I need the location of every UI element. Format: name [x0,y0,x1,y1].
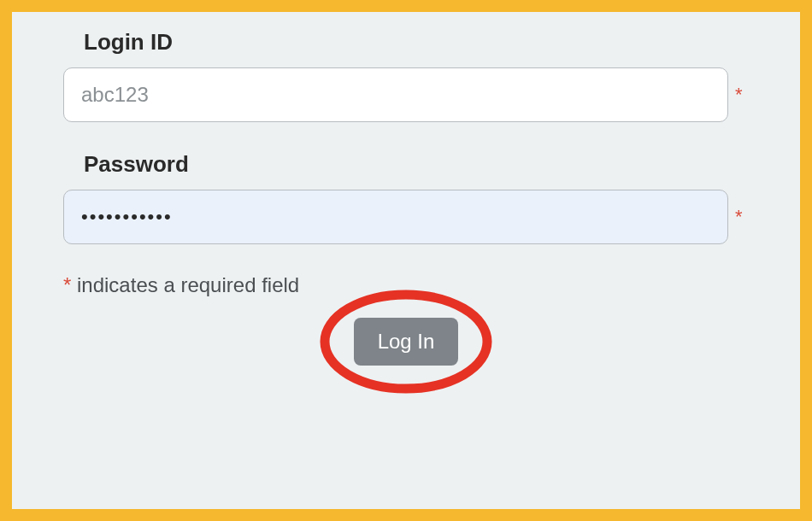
login-id-group: Login ID * [63,29,749,122]
login-id-row: * [63,67,749,122]
password-label: Password [84,151,749,178]
login-id-label: Login ID [84,29,749,56]
login-id-required-star: * [735,84,749,106]
login-form-frame: Login ID * Password * * indicates a requ… [0,0,812,521]
password-group: Password * [63,151,749,244]
required-note: * indicates a required field [63,273,749,297]
required-note-text: indicates a required field [71,273,299,296]
password-row: * [63,190,749,244]
required-note-star: * [63,273,71,296]
password-required-star: * [735,206,749,228]
login-id-input[interactable] [63,67,728,122]
password-input[interactable] [63,190,728,244]
login-button[interactable]: Log In [354,318,459,366]
login-button-area: Log In [63,318,749,366]
